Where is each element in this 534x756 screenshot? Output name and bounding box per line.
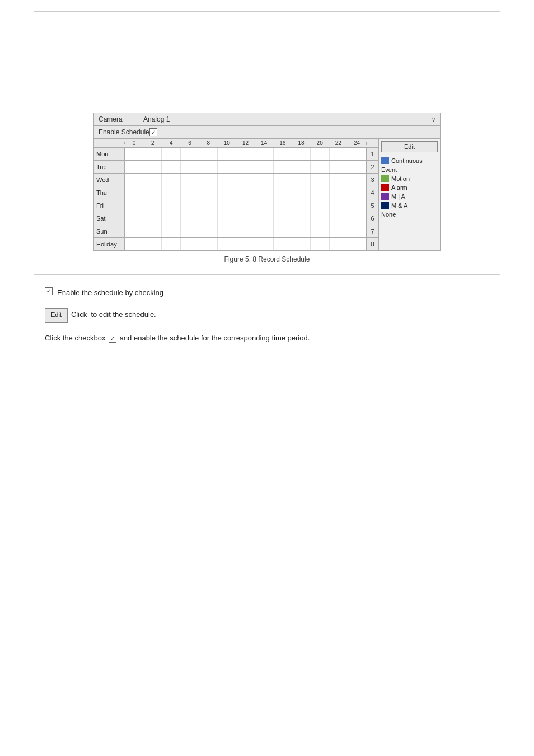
grid-cell[interactable] — [236, 225, 255, 237]
grid-cell[interactable] — [330, 199, 348, 212]
grid-cell[interactable] — [255, 148, 274, 160]
grid-cells-sun[interactable] — [125, 225, 366, 237]
grid-cell[interactable] — [311, 199, 329, 212]
grid-cell[interactable] — [255, 225, 274, 237]
grid-cell[interactable] — [199, 174, 218, 186]
grid-cell[interactable] — [292, 212, 311, 225]
grid-cell[interactable] — [330, 161, 348, 173]
grid-cell[interactable] — [218, 238, 236, 250]
grid-cell[interactable] — [181, 238, 199, 250]
grid-cell[interactable] — [199, 225, 218, 237]
grid-cell[interactable] — [125, 148, 143, 160]
grid-cell[interactable] — [255, 212, 274, 225]
grid-cell[interactable] — [274, 238, 292, 250]
grid-cell[interactable] — [255, 238, 274, 250]
grid-cell[interactable] — [348, 238, 366, 250]
grid-cell[interactable] — [162, 174, 180, 186]
grid-cell[interactable] — [125, 161, 143, 173]
grid-cell[interactable] — [274, 186, 292, 199]
grid-cells-mon[interactable] — [125, 148, 366, 160]
grid-cell[interactable] — [162, 238, 180, 250]
grid-cell[interactable] — [292, 225, 311, 237]
inline-checkbox-icon[interactable]: ✓ — [109, 335, 116, 343]
grid-cell[interactable] — [348, 212, 366, 225]
grid-cells-fri[interactable] — [125, 199, 366, 212]
grid-cell[interactable] — [162, 161, 180, 173]
grid-cell[interactable] — [330, 225, 348, 237]
grid-cell[interactable] — [125, 238, 143, 250]
grid-cell[interactable] — [348, 161, 366, 173]
grid-cell[interactable] — [218, 174, 236, 186]
grid-cell[interactable] — [143, 174, 162, 186]
grid-cells-thu[interactable] — [125, 186, 366, 199]
grid-cell[interactable] — [348, 174, 366, 186]
grid-cell[interactable] — [348, 225, 366, 237]
grid-cell[interactable] — [125, 199, 143, 212]
edit-button-desc[interactable]: Edit — [45, 308, 68, 323]
grid-cell[interactable] — [311, 238, 329, 250]
grid-cell[interactable] — [255, 199, 274, 212]
grid-cell[interactable] — [255, 186, 274, 199]
grid-cell[interactable] — [348, 148, 366, 160]
grid-cell[interactable] — [236, 148, 255, 160]
dropdown-arrow-icon[interactable]: ∨ — [432, 116, 435, 123]
grid-cell[interactable] — [330, 238, 348, 250]
grid-cell[interactable] — [236, 199, 255, 212]
grid-cell[interactable] — [292, 186, 311, 199]
grid-cell[interactable] — [199, 199, 218, 212]
grid-cell[interactable] — [274, 199, 292, 212]
grid-cell[interactable] — [236, 186, 255, 199]
grid-cell[interactable] — [218, 186, 236, 199]
grid-cell[interactable] — [181, 174, 199, 186]
grid-cell[interactable] — [162, 186, 180, 199]
grid-cell[interactable] — [143, 212, 162, 225]
grid-cell[interactable] — [292, 174, 311, 186]
grid-cell[interactable] — [330, 186, 348, 199]
grid-cell[interactable] — [218, 161, 236, 173]
grid-cell[interactable] — [125, 225, 143, 237]
grid-cell[interactable] — [292, 199, 311, 212]
grid-cell[interactable] — [181, 225, 199, 237]
grid-cell[interactable] — [311, 174, 329, 186]
grid-cell[interactable] — [274, 174, 292, 186]
grid-cell[interactable] — [143, 186, 162, 199]
grid-cell[interactable] — [348, 186, 366, 199]
grid-cell[interactable] — [162, 212, 180, 225]
grid-cell[interactable] — [311, 186, 329, 199]
grid-cell[interactable] — [255, 174, 274, 186]
grid-cell[interactable] — [236, 212, 255, 225]
enable-schedule-checkbox[interactable]: ✓ — [149, 128, 157, 136]
grid-cell[interactable] — [181, 161, 199, 173]
grid-cell[interactable] — [181, 186, 199, 199]
grid-cell[interactable] — [218, 199, 236, 212]
grid-cell[interactable] — [311, 148, 329, 160]
grid-cell[interactable] — [125, 212, 143, 225]
grid-cell[interactable] — [143, 238, 162, 250]
grid-cell[interactable] — [199, 161, 218, 173]
grid-cell[interactable] — [292, 161, 311, 173]
grid-cells-tue[interactable] — [125, 161, 366, 173]
grid-cell[interactable] — [330, 174, 348, 186]
grid-cell[interactable] — [330, 148, 348, 160]
grid-cell[interactable] — [236, 161, 255, 173]
grid-cells-wed[interactable] — [125, 174, 366, 186]
grid-cell[interactable] — [255, 161, 274, 173]
grid-cell[interactable] — [236, 238, 255, 250]
grid-cell[interactable] — [274, 148, 292, 160]
grid-cell[interactable] — [348, 199, 366, 212]
grid-cell[interactable] — [311, 212, 329, 225]
grid-cell[interactable] — [125, 174, 143, 186]
grid-cell[interactable] — [143, 225, 162, 237]
grid-cell[interactable] — [199, 148, 218, 160]
grid-cells-holiday[interactable] — [125, 238, 366, 250]
grid-cell[interactable] — [181, 148, 199, 160]
grid-cell[interactable] — [274, 161, 292, 173]
grid-cell[interactable] — [143, 161, 162, 173]
grid-cell[interactable] — [274, 212, 292, 225]
grid-cell[interactable] — [292, 238, 311, 250]
grid-cell[interactable] — [292, 148, 311, 160]
grid-cell[interactable] — [311, 225, 329, 237]
edit-button[interactable]: Edit — [381, 141, 438, 152]
grid-cell[interactable] — [162, 199, 180, 212]
grid-cell[interactable] — [330, 212, 348, 225]
